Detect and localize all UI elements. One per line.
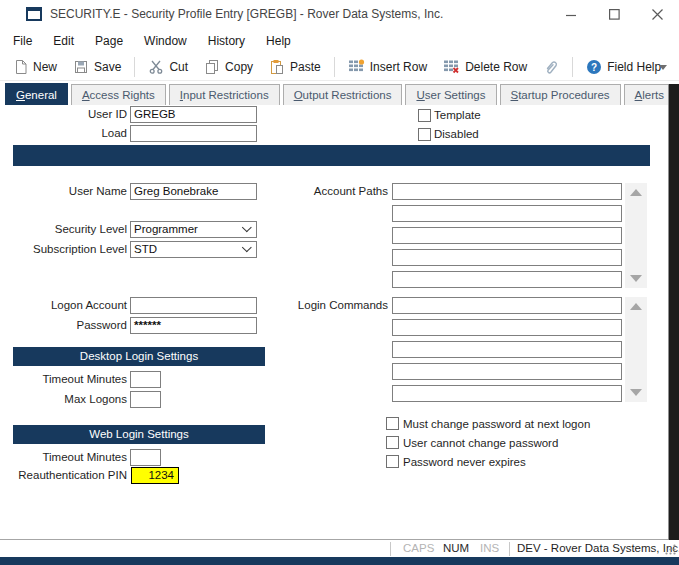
copy-button[interactable]: Copy: [197, 56, 260, 78]
tab-startup-procedures[interactable]: Startup Procedures: [500, 84, 621, 105]
scroll-down-icon[interactable]: [630, 275, 642, 282]
title-bar: SECURITY.E - Security Profile Entry [GRE…: [0, 0, 679, 28]
background-bottom-edge: [0, 557, 679, 565]
password-input[interactable]: ******: [130, 317, 257, 334]
user-name-input[interactable]: Greg Bonebrake: [130, 183, 257, 200]
web-timeout-input[interactable]: [130, 449, 161, 466]
insert-row-icon: [348, 59, 365, 75]
login-command-input[interactable]: [392, 385, 622, 402]
account-path-input[interactable]: [392, 249, 622, 266]
environment-status: DEV - Rover Data Systems, Inc.: [517, 540, 679, 557]
svg-text:?: ?: [591, 62, 597, 73]
tab-input-restrictions[interactable]: Input Restrictions: [169, 84, 280, 105]
cannot-change-password-label: User cannot change password: [403, 436, 558, 450]
tab-general[interactable]: General: [5, 83, 68, 105]
window-icon: [26, 7, 42, 21]
logon-account-input[interactable]: [130, 297, 257, 314]
disabled-label: Disabled: [434, 127, 479, 141]
account-path-input[interactable]: [392, 183, 622, 200]
tab-access-rights[interactable]: Access Rights: [71, 84, 166, 105]
toolbar-separator: [134, 57, 135, 77]
minimize-button[interactable]: [550, 0, 593, 28]
resize-grip[interactable]: [665, 544, 676, 555]
reauthentication-pin-input[interactable]: 1234: [131, 467, 179, 484]
close-button[interactable]: [636, 0, 679, 28]
login-command-input[interactable]: [392, 297, 622, 314]
toolbar: New Save Cut Copy: [0, 54, 679, 81]
max-logons-input[interactable]: [130, 391, 161, 408]
login-command-input[interactable]: [392, 363, 622, 380]
cut-button[interactable]: Cut: [141, 56, 195, 78]
max-logons-label: Max Logons: [2, 391, 127, 408]
toolbar-options-caret[interactable]: [659, 65, 667, 70]
save-button[interactable]: Save: [66, 56, 128, 78]
security-profile-entry-window: SECURITY.E - Security Profile Entry [GRE…: [0, 0, 679, 565]
new-page-icon: [13, 59, 28, 75]
user-id-input[interactable]: GREGB: [130, 106, 257, 123]
load-label: Load: [2, 125, 127, 142]
scroll-up-icon[interactable]: [630, 303, 642, 310]
field-help-button[interactable]: ? Field Help: [579, 56, 668, 78]
template-checkbox[interactable]: [418, 109, 431, 122]
delete-row-icon: [443, 59, 460, 75]
delete-row-button[interactable]: Delete Row: [436, 56, 534, 78]
num-lock-indicator: NUM: [443, 540, 469, 557]
account-path-input[interactable]: [392, 205, 622, 222]
cannot-change-password-checkbox[interactable]: [386, 436, 399, 449]
tab-user-settings[interactable]: User Settings: [405, 84, 496, 105]
menu-file[interactable]: File: [13, 34, 32, 48]
must-change-password-checkbox[interactable]: [386, 417, 399, 430]
password-never-expires-checkbox[interactable]: [386, 455, 399, 468]
chevron-down-icon: [242, 222, 252, 232]
insert-row-button[interactable]: Insert Row: [341, 56, 434, 78]
desktop-timeout-input[interactable]: [130, 371, 161, 388]
user-name-label: User Name: [2, 183, 127, 200]
status-bar: CAPS NUM INS DEV - Rover Data Systems, I…: [0, 539, 679, 557]
menu-help[interactable]: Help: [266, 34, 291, 48]
paperclip-icon: [543, 59, 559, 76]
menu-bar: File Edit Page Window History Help: [0, 28, 679, 54]
status-separator: [509, 542, 510, 556]
scissors-icon: [148, 59, 164, 75]
scroll-up-icon[interactable]: [630, 189, 642, 196]
menu-page[interactable]: Page: [95, 34, 123, 48]
new-button[interactable]: New: [6, 56, 64, 78]
reauthentication-pin-label: Reauthentication PIN: [2, 467, 127, 484]
status-separator: [390, 542, 391, 556]
scroll-down-icon[interactable]: [630, 389, 642, 396]
desktop-login-settings-header: Desktop Login Settings: [13, 347, 265, 366]
account-paths-scrollbar[interactable]: [625, 183, 647, 288]
menu-window[interactable]: Window: [144, 34, 187, 48]
account-path-input[interactable]: [392, 271, 622, 288]
copy-icon: [204, 59, 220, 75]
maximize-icon: [609, 9, 620, 20]
login-commands-scrollbar[interactable]: [625, 297, 647, 402]
account-path-input[interactable]: [392, 227, 622, 244]
user-id-label: User ID: [2, 106, 127, 123]
security-level-select[interactable]: Programmer: [130, 221, 257, 238]
maximize-button[interactable]: [593, 0, 636, 28]
subscription-level-select[interactable]: STD: [130, 241, 257, 258]
menu-history[interactable]: History: [208, 34, 245, 48]
toolbar-separator: [334, 57, 335, 77]
caps-lock-indicator: CAPS: [403, 540, 434, 557]
minimize-icon: [566, 9, 577, 20]
help-icon: ?: [586, 59, 602, 75]
background-right-edge: [668, 84, 679, 540]
attachment-button[interactable]: [536, 56, 566, 79]
must-change-password-label: Must change password at next logon: [403, 417, 590, 431]
subscription-level-label: Subscription Level: [2, 241, 127, 258]
login-command-input[interactable]: [392, 319, 622, 336]
password-never-expires-label: Password never expires: [403, 455, 526, 469]
menu-edit[interactable]: Edit: [53, 34, 74, 48]
window-title: SECURITY.E - Security Profile Entry [GRE…: [50, 0, 443, 28]
chevron-down-icon: [242, 242, 252, 252]
desktop-timeout-label: Timeout Minutes: [2, 371, 127, 388]
insert-mode-indicator: INS: [480, 540, 499, 557]
tab-output-restrictions[interactable]: Output Restrictions: [283, 84, 403, 105]
load-input[interactable]: [130, 125, 257, 142]
paste-button[interactable]: Paste: [262, 56, 328, 78]
login-command-input[interactable]: [392, 341, 622, 358]
disabled-checkbox[interactable]: [418, 128, 431, 141]
logon-account-label: Logon Account: [2, 297, 127, 314]
